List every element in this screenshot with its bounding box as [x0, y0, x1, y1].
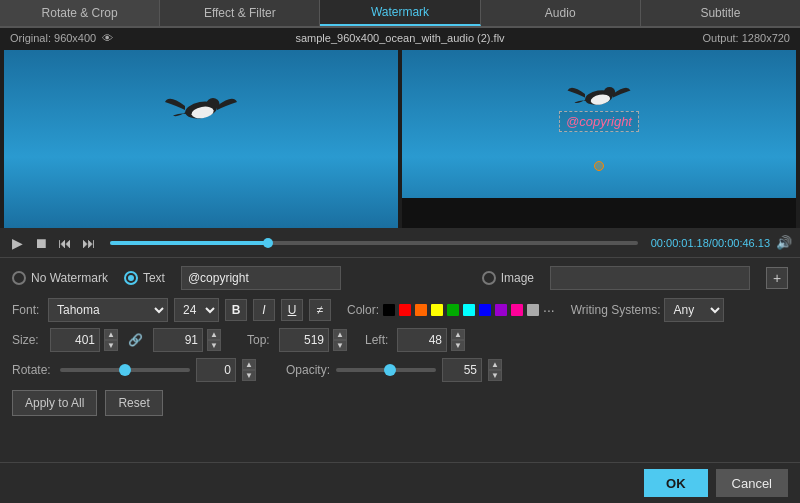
writing-systems-label: Writing Systems: — [571, 303, 661, 317]
tab-audio[interactable]: Audio — [481, 0, 641, 26]
opacity-slider-group: Opacity: ▲ ▼ — [286, 358, 502, 382]
underline-button[interactable]: U — [281, 299, 303, 321]
timeline-thumb — [263, 238, 273, 248]
output-info: Output: 1280x720 — [703, 32, 790, 44]
font-label: Font: — [12, 303, 42, 317]
font-select[interactable]: Tahoma — [48, 298, 168, 322]
link-dimensions-icon[interactable]: 🔗 — [128, 333, 143, 347]
color-red[interactable] — [399, 304, 411, 316]
color-gray[interactable] — [527, 304, 539, 316]
color-green[interactable] — [447, 304, 459, 316]
rotate-value-input[interactable] — [196, 358, 236, 382]
left-spin-down[interactable]: ▼ — [451, 340, 465, 351]
rotate-spin-up[interactable]: ▲ — [242, 359, 256, 370]
more-colors-button[interactable]: ··· — [543, 302, 555, 318]
opacity-spin-up[interactable]: ▲ — [488, 359, 502, 370]
rotate-spin-down[interactable]: ▼ — [242, 370, 256, 381]
color-black[interactable] — [383, 304, 395, 316]
rotate-label: Rotate: — [12, 363, 54, 377]
image-radio[interactable] — [482, 271, 496, 285]
video-background-right: @copyright — [402, 50, 796, 228]
opacity-spin-down[interactable]: ▼ — [488, 370, 502, 381]
height-spin-up[interactable]: ▲ — [207, 329, 221, 340]
width-spin-up[interactable]: ▲ — [104, 329, 118, 340]
left-input[interactable] — [397, 328, 447, 352]
timeline-slider[interactable] — [110, 241, 638, 245]
bird-svg-left — [161, 80, 241, 140]
writing-systems-select[interactable]: Any — [664, 298, 724, 322]
font-row: Font: Tahoma 24 B I U ≠ Color: ··· Writi… — [12, 298, 788, 322]
watermark-text-box[interactable]: @copyright — [559, 111, 639, 132]
height-input[interactable] — [153, 328, 203, 352]
eye-icon[interactable]: 👁 — [102, 32, 113, 44]
top-field: Top: ▲ ▼ — [247, 328, 347, 352]
video-background-left — [4, 50, 398, 228]
bold-button[interactable]: B — [225, 299, 247, 321]
preview-video-panel: @copyright — [402, 50, 796, 228]
original-video-panel — [4, 50, 398, 228]
ok-button[interactable]: OK — [644, 469, 708, 497]
width-input[interactable] — [50, 328, 100, 352]
height-spin-down[interactable]: ▼ — [207, 340, 221, 351]
video-area: Original: 960x400 👁 sample_960x400_ocean… — [0, 28, 800, 228]
text-radio[interactable] — [124, 271, 138, 285]
watermark-rotate-handle[interactable] — [594, 161, 604, 171]
tab-effect-filter[interactable]: Effect & Filter — [160, 0, 320, 26]
color-yellow[interactable] — [431, 304, 443, 316]
reset-button[interactable]: Reset — [105, 390, 162, 416]
left-label: Left: — [365, 333, 393, 347]
original-info: Original: 960x400 👁 — [10, 32, 113, 44]
color-cyan[interactable] — [463, 304, 475, 316]
video-panels: @copyright — [0, 28, 800, 228]
apply-to-all-button[interactable]: Apply to All — [12, 390, 97, 416]
top-spin-up[interactable]: ▲ — [333, 329, 347, 340]
timecode: 00:00:01.18/00:00:46.13 — [650, 237, 770, 249]
add-image-button[interactable]: + — [766, 267, 788, 289]
color-pink[interactable] — [511, 304, 523, 316]
left-spin-up[interactable]: ▲ — [451, 329, 465, 340]
rotate-slider[interactable] — [60, 368, 190, 372]
size-label: Size: — [12, 333, 40, 347]
width-field: ▲ ▼ — [50, 328, 118, 352]
playback-bar: ▶ ⏹ ⏮ ⏭ 00:00:01.18/00:00:46.13 🔊 — [0, 228, 800, 258]
image-option[interactable]: Image — [482, 271, 534, 285]
top-input[interactable] — [279, 328, 329, 352]
stop-button[interactable]: ⏹ — [32, 234, 50, 252]
italic-button[interactable]: I — [253, 299, 275, 321]
watermark-type-row: No Watermark Text Image + — [12, 266, 788, 290]
play-button[interactable]: ▶ — [8, 234, 26, 252]
no-watermark-option[interactable]: No Watermark — [12, 271, 108, 285]
tab-rotate-crop[interactable]: Rotate & Crop — [0, 0, 160, 26]
opacity-value-input[interactable] — [442, 358, 482, 382]
font-size-select[interactable]: 24 — [174, 298, 219, 322]
watermark-text-input[interactable] — [181, 266, 341, 290]
tab-bar: Rotate & Crop Effect & Filter Watermark … — [0, 0, 800, 28]
color-orange[interactable] — [415, 304, 427, 316]
color-blue[interactable] — [479, 304, 491, 316]
left-field: Left: ▲ ▼ — [365, 328, 465, 352]
controls-panel: No Watermark Text Image + Font: Tahoma 2… — [0, 258, 800, 424]
rotate-slider-group: Rotate: ▲ ▼ — [12, 358, 256, 382]
text-label: Text — [143, 271, 165, 285]
video-filename: sample_960x400_ocean_with_audio (2).flv — [295, 32, 504, 44]
no-watermark-radio[interactable] — [12, 271, 26, 285]
tab-subtitle[interactable]: Subtitle — [641, 0, 800, 26]
next-frame-button[interactable]: ⏭ — [80, 234, 98, 252]
color-label: Color: — [347, 303, 379, 317]
image-path-input[interactable] — [550, 266, 750, 290]
writing-systems-section: Writing Systems: Any — [571, 298, 725, 322]
strikethrough-button[interactable]: ≠ — [309, 299, 331, 321]
opacity-label: Opacity: — [286, 363, 330, 377]
text-option[interactable]: Text — [124, 271, 165, 285]
width-spin-down[interactable]: ▼ — [104, 340, 118, 351]
top-label: Top: — [247, 333, 275, 347]
opacity-slider[interactable] — [336, 368, 436, 372]
volume-icon[interactable]: 🔊 — [776, 235, 792, 250]
color-purple[interactable] — [495, 304, 507, 316]
prev-frame-button[interactable]: ⏮ — [56, 234, 74, 252]
bottom-bar: OK Cancel — [0, 462, 800, 503]
top-spin-down[interactable]: ▼ — [333, 340, 347, 351]
tab-watermark[interactable]: Watermark — [320, 0, 480, 26]
cancel-button[interactable]: Cancel — [716, 469, 788, 497]
size-row: Size: ▲ ▼ 🔗 ▲ ▼ Top: ▲ ▼ Left: — [12, 328, 788, 352]
